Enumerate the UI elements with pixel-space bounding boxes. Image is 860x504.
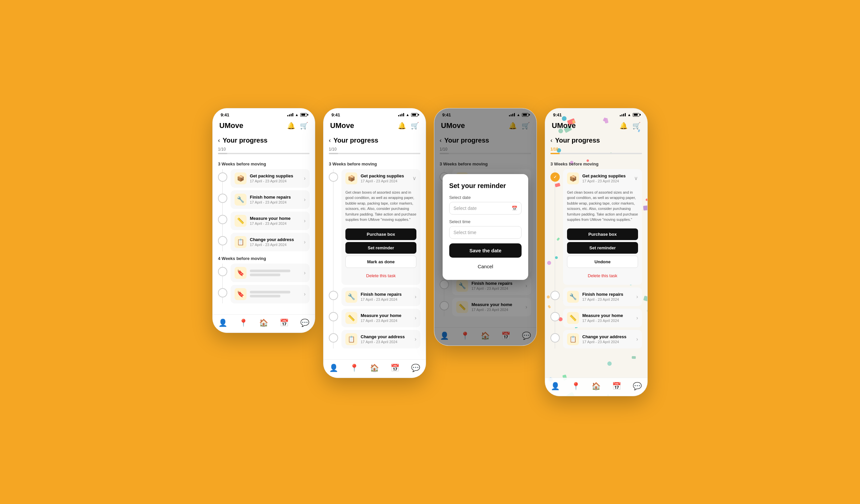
task-date-2-3: 17 April - 23 April 2024 — [361, 318, 412, 323]
task-card-1-4[interactable]: 📋 Change your address 17 April - 23 Apri… — [231, 233, 310, 251]
task-name-1-4: Change your address — [250, 237, 301, 242]
back-btn-2[interactable]: ‹ — [329, 137, 331, 144]
task-row-2-2: 🔧 Finish home repairs 17 April - 23 Apri… — [329, 287, 420, 306]
cart-icon-4[interactable]: 🛒 — [632, 122, 641, 130]
task-icon-1-1: 📦 — [234, 173, 246, 184]
modal-title: Set your reminder — [449, 182, 522, 190]
nav-home-2[interactable]: 🏠 — [370, 364, 379, 372]
app-title-1: UMove — [219, 121, 243, 130]
task-date-4-4: 17 April - 23 April 2024 — [582, 340, 633, 344]
set-reminder-btn-2[interactable]: Set reminder — [345, 242, 416, 254]
task-card-sk-2[interactable]: 🔖 › — [231, 285, 310, 303]
battery-icon-4 — [633, 113, 639, 117]
task-card-4-4[interactable]: 📋 Change your address 17 April - 23 Apri… — [563, 330, 642, 349]
nav-person-1[interactable]: 👤 — [218, 318, 227, 327]
task-card-4-3[interactable]: 📏 Measure your home 17 April - 23 April … — [563, 309, 642, 327]
nav-person-2[interactable]: 👤 — [329, 364, 338, 372]
task-info-2-2: Finish home repairs 17 April - 23 April … — [361, 292, 412, 301]
task-card-2-4[interactable]: 📋 Change your address 17 April - 23 Apri… — [341, 330, 420, 349]
reminder-modal: Set your reminder Select date Select dat… — [443, 174, 529, 280]
cart-icon-1[interactable]: 🛒 — [300, 122, 308, 130]
task-card-2-2[interactable]: 🔧 Finish home repairs 17 April - 23 Apri… — [341, 287, 420, 306]
dot-4-4 — [550, 333, 560, 342]
nav-home-1[interactable]: 🏠 — [259, 318, 268, 327]
task-date-4-1: 17 April - 23 April 2024 — [582, 179, 631, 183]
task-card-1-1[interactable]: 📦 Get packing supplies 17 April - 23 Apr… — [231, 169, 310, 188]
delete-task-btn-2[interactable]: Delete this task — [345, 270, 416, 282]
status-bar-4: 9:41 ▲ — [545, 108, 647, 119]
task-info-4-4: Change your address 17 April - 23 April … — [582, 334, 633, 344]
calendar-icon: 📅 — [512, 206, 517, 211]
content-2: ‹ Your progress 1/10 3 Weeks before movi… — [324, 134, 426, 378]
nav-tasks-1[interactable]: 📅 — [280, 318, 289, 327]
dot-sk-2 — [218, 288, 227, 297]
mark-done-btn-2[interactable]: Mark as done — [345, 256, 416, 268]
task-name-2-1: Get packing supplies — [361, 174, 409, 178]
nav-location-1[interactable]: 📍 — [239, 318, 248, 327]
purchase-box-btn-4[interactable]: Purchase box — [567, 228, 638, 240]
task-info-2-3: Measure your home 17 April - 23 April 20… — [361, 313, 412, 323]
bell-icon-4[interactable]: 🔔 — [619, 122, 628, 130]
chevron-2-1: ∨ — [412, 175, 416, 181]
task-info-2-1: Get packing supplies 17 April - 23 April… — [361, 174, 409, 183]
task-card-sk-1[interactable]: 🔖 › — [231, 264, 310, 282]
save-date-btn[interactable]: Save the date — [449, 243, 522, 258]
task-icon-1-3: 📏 — [234, 215, 246, 227]
nav-tasks-4[interactable]: 📅 — [612, 382, 621, 390]
set-reminder-btn-4[interactable]: Set reminder — [567, 242, 638, 254]
wifi-icon-1: ▲ — [295, 113, 299, 117]
phone-screen-4: 9:41 ▲ UMove 🔔 🛒 ‹ Yo — [545, 108, 648, 396]
task-icon-2-2: 🔧 — [345, 291, 357, 303]
nav-location-4[interactable]: 📍 — [571, 382, 580, 390]
task-row-sk-2: 🔖 › — [218, 285, 310, 303]
cancel-btn[interactable]: Cancel — [449, 261, 522, 272]
bell-icon-2[interactable]: 🔔 — [398, 122, 406, 130]
modal-time-label: Select time — [449, 219, 522, 224]
bell-icon-1[interactable]: 🔔 — [287, 122, 295, 130]
task-card-1-3[interactable]: 📏 Measure your home 17 April - 23 April … — [231, 211, 310, 230]
cart-icon-2[interactable]: 🛒 — [411, 122, 419, 130]
progress-section-4: 1/10 — [550, 146, 642, 157]
task-info-4-3: Measure your home 17 April - 23 April 20… — [582, 313, 633, 323]
signal-icon-1 — [287, 113, 293, 116]
chevron-1-4: › — [304, 239, 305, 245]
nav-chat-4[interactable]: 💬 — [633, 382, 642, 390]
progress-track-4 — [550, 153, 642, 154]
task-name-2-3: Measure your home — [361, 313, 412, 318]
task-name-1-1: Get packing supplies — [250, 174, 301, 178]
expanded-header-4-1: 📦 Get packing supplies 17 April - 23 Apr… — [567, 173, 638, 184]
task-card-1-2[interactable]: 🔧 Finish home repairs 17 April - 23 Apri… — [231, 190, 310, 209]
nav-chat-1[interactable]: 💬 — [300, 318, 309, 327]
task-row-sk-1: 🔖 › — [218, 264, 310, 282]
task-icon-4-4: 📋 — [567, 333, 579, 345]
task-card-4-2[interactable]: 🔧 Finish home repairs 17 April - 23 Apri… — [563, 287, 642, 306]
page-header-4: ‹ Your progress — [550, 134, 642, 146]
status-icons-2: ▲ — [398, 113, 418, 117]
progress-fill-2 — [329, 153, 338, 154]
nav-location-2[interactable]: 📍 — [350, 364, 359, 372]
progress-track-1 — [218, 153, 310, 154]
app-title-2: UMove — [330, 121, 354, 130]
time-1: 9:41 — [221, 113, 229, 117]
modal-date-input[interactable]: Select date 📅 — [449, 202, 522, 214]
nav-home-4[interactable]: 🏠 — [591, 382, 601, 390]
nav-chat-2[interactable]: 💬 — [411, 364, 420, 372]
time-2: 9:41 — [331, 113, 340, 117]
task-card-2-1-expanded[interactable]: 📦 Get packing supplies 17 April - 23 Apr… — [341, 169, 420, 285]
delete-task-btn-4[interactable]: Delete this task — [567, 270, 638, 282]
nav-tasks-2[interactable]: 📅 — [390, 364, 400, 372]
nav-bar-2: UMove 🔔 🛒 — [324, 119, 426, 134]
section-label-4a: 3 Weeks before moving — [550, 162, 642, 166]
back-btn-4[interactable]: ‹ — [550, 137, 553, 144]
back-btn-1[interactable]: ‹ — [218, 137, 220, 144]
nav-icons-1: 🔔 🛒 — [287, 122, 308, 130]
modal-time-input[interactable]: Select time — [449, 226, 522, 239]
dot-4-1 — [550, 173, 560, 182]
nav-person-4[interactable]: 👤 — [551, 382, 560, 390]
task-row-4-1: 📦 Get packing supplies 17 April - 23 Apr… — [550, 169, 642, 285]
undone-btn-4[interactable]: Undone — [567, 256, 638, 268]
purchase-box-btn-2[interactable]: Purchase box — [345, 228, 416, 240]
phone-screen-1: 9:41 ▲ UMove 🔔 🛒 — [212, 108, 315, 333]
task-card-2-3[interactable]: 📏 Measure your home 17 April - 23 April … — [341, 309, 420, 327]
task-card-4-1[interactable]: 📦 Get packing supplies 17 April - 23 Apr… — [563, 169, 642, 285]
